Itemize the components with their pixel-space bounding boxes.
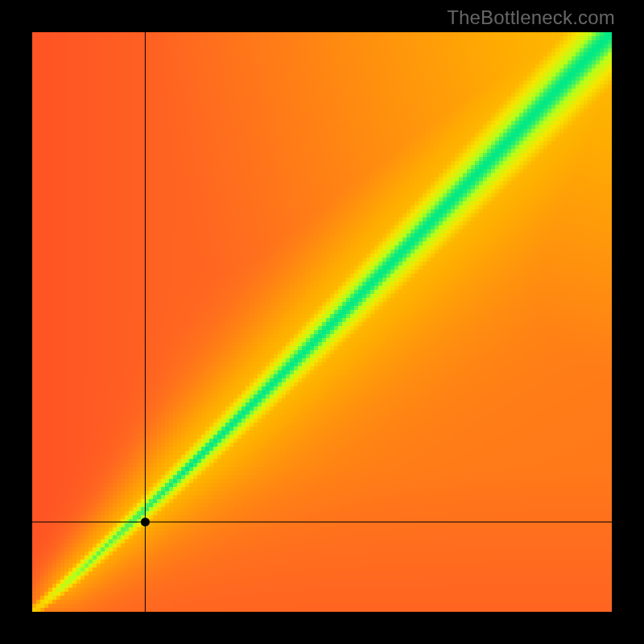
watermark-text: TheBottleneck.com	[447, 6, 615, 29]
heatmap-canvas	[32, 32, 612, 612]
chart-frame: TheBottleneck.com	[0, 0, 644, 644]
